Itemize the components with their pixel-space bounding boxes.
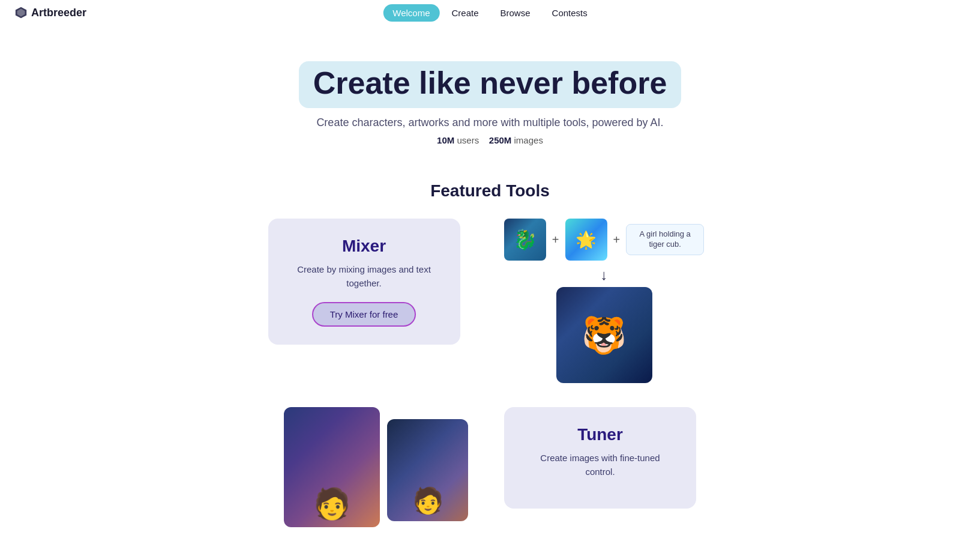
hero-subtitle: Create characters, artworks and more wit… bbox=[12, 116, 968, 129]
nav-create[interactable]: Create bbox=[442, 4, 488, 22]
tuner-card: Tuner Create images with fine-tuned cont… bbox=[504, 407, 696, 509]
hero-stats: 10M users 250M images bbox=[12, 135, 968, 145]
featured-tools-title: Featured Tools bbox=[12, 181, 968, 201]
users-label: users bbox=[457, 135, 479, 145]
tuner-row: 🧑 🧑 Tuner Create images with fine-tuned … bbox=[12, 407, 968, 527]
mixer-title: Mixer bbox=[292, 237, 436, 256]
nav-contests[interactable]: Contests bbox=[543, 4, 597, 22]
mixer-inputs: + + A girl holding a tiger cub. bbox=[504, 219, 704, 261]
mixer-plus-2: + bbox=[613, 233, 621, 247]
users-count: 10M bbox=[437, 135, 454, 145]
logo[interactable]: Artbreeder bbox=[14, 6, 86, 19]
mixer-demo: + + A girl holding a tiger cub. ↓ 🐯 bbox=[496, 219, 712, 383]
hero-section: Create like never before Create characte… bbox=[0, 25, 980, 169]
mixer-text-prompt: A girl holding a tiger cub. bbox=[626, 224, 704, 255]
nav-links: Welcome Create Browse Contests bbox=[383, 4, 597, 22]
mixer-description: Create by mixing images and text togethe… bbox=[292, 263, 436, 290]
tuner-title: Tuner bbox=[528, 425, 672, 444]
mixer-row: Mixer Create by mixing images and text t… bbox=[12, 219, 968, 383]
tuner-images: 🧑 🧑 bbox=[284, 407, 468, 527]
navbar: Artbreeder Welcome Create Browse Contest… bbox=[0, 0, 980, 25]
images-label: images bbox=[514, 135, 543, 145]
tuner-image-2: 🧑 bbox=[387, 419, 468, 521]
mixer-card: Mixer Create by mixing images and text t… bbox=[268, 219, 460, 345]
mixer-plus-1: + bbox=[552, 233, 559, 247]
hero-title: Create like never before bbox=[313, 65, 667, 101]
featured-tools-section: Featured Tools Mixer Create by mixing im… bbox=[0, 169, 980, 527]
brand-name: Artbreeder bbox=[31, 7, 86, 19]
mixer-cta-button[interactable]: Try Mixer for free bbox=[312, 302, 416, 327]
mixer-input-image-1 bbox=[504, 219, 546, 261]
nav-welcome[interactable]: Welcome bbox=[383, 4, 439, 22]
mixer-arrow-icon: ↓ bbox=[601, 267, 608, 283]
artbreeder-logo-icon bbox=[14, 6, 28, 19]
images-count: 250M bbox=[489, 135, 512, 145]
mixer-output-image: 🐯 bbox=[556, 287, 652, 383]
hero-title-wrapper: Create like never before bbox=[299, 61, 682, 108]
nav-browse[interactable]: Browse bbox=[491, 4, 540, 22]
mixer-input-image-2 bbox=[565, 219, 607, 261]
tuner-description: Create images with fine-tuned control. bbox=[528, 452, 672, 479]
tuner-image-1: 🧑 bbox=[284, 407, 380, 527]
